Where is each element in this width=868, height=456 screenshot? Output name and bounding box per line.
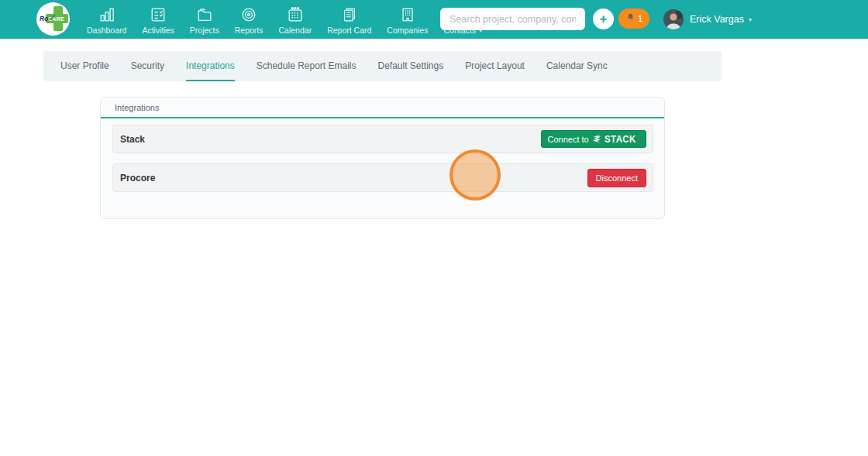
- bar-chart-icon: [98, 6, 115, 26]
- stack-logo-icon: [592, 134, 601, 145]
- search-input[interactable]: [440, 8, 585, 30]
- logo-text-care: CARE: [48, 16, 64, 22]
- settings-page: Roof CARE Dashboard: [0, 0, 868, 456]
- bell-icon: [625, 12, 636, 26]
- nav-item-dashboard[interactable]: Dashboard: [79, 0, 134, 39]
- integration-name: Procore: [120, 173, 155, 183]
- disconnect-button[interactable]: Disconnect: [587, 169, 646, 187]
- connect-prefix: Connect to: [547, 135, 588, 144]
- connect-stack-button[interactable]: Connect to STACK: [541, 130, 646, 148]
- tab-security[interactable]: Security: [131, 51, 164, 81]
- folder-icon: [196, 6, 213, 26]
- tab-calendar-sync[interactable]: Calendar Sync: [546, 51, 608, 81]
- click-indicator: [450, 149, 501, 201]
- top-navigation-bar: Roof CARE Dashboard: [0, 0, 868, 39]
- target-icon: [240, 6, 257, 26]
- user-menu[interactable]: Erick Vargas ▾: [690, 0, 752, 39]
- nav-item-report-card[interactable]: Report Card: [319, 0, 379, 39]
- tab-default-settings[interactable]: Default Settings: [378, 51, 444, 81]
- notification-count: 1: [638, 14, 642, 23]
- calendar-icon: [287, 6, 304, 26]
- tab-schedule-report-emails[interactable]: Schedule Report Emails: [257, 51, 356, 81]
- integration-row-stack: Stack Connect to STACK: [112, 125, 653, 153]
- integration-name: Stack: [120, 134, 145, 145]
- settings-tab-bar: User Profile Security Integrations Sched…: [43, 51, 722, 81]
- roofcare-logo[interactable]: Roof CARE: [36, 2, 70, 36]
- nav-label: Activities: [142, 26, 174, 35]
- nav-item-activities[interactable]: Activities: [134, 0, 181, 39]
- nav-item-companies[interactable]: Companies: [379, 0, 436, 39]
- user-name: Erick Vargas: [690, 14, 744, 25]
- building-icon: [399, 6, 416, 26]
- documents-icon: [341, 6, 358, 26]
- chevron-down-icon: ▾: [749, 16, 752, 23]
- nav-label: Report Card: [327, 26, 371, 35]
- integrations-panel: Integrations Stack Connect to STACK Proc…: [100, 97, 665, 219]
- nav-label: Companies: [387, 26, 428, 35]
- tab-user-profile[interactable]: User Profile: [60, 51, 109, 81]
- stack-brand-text: STACK: [604, 133, 636, 145]
- nav-label: Calendar: [279, 26, 312, 35]
- add-button[interactable]: +: [593, 9, 614, 29]
- nav-label: Projects: [190, 26, 219, 35]
- nav-item-projects[interactable]: Projects: [182, 0, 227, 39]
- nav-label: Dashboard: [87, 26, 126, 35]
- nav-item-reports[interactable]: Reports: [227, 0, 271, 39]
- tab-project-layout[interactable]: Project Layout: [465, 51, 525, 81]
- avatar[interactable]: [663, 9, 684, 29]
- checklist-icon: [150, 6, 167, 26]
- tab-integrations[interactable]: Integrations: [186, 51, 235, 81]
- nav-item-calendar[interactable]: Calendar: [271, 0, 320, 39]
- panel-title: Integrations: [101, 98, 664, 118]
- notification-badge[interactable]: 1: [618, 9, 649, 29]
- main-nav: Dashboard Activities: [79, 0, 490, 39]
- integration-row-procore: Procore Disconnect: [112, 163, 653, 192]
- nav-label: Reports: [235, 26, 264, 35]
